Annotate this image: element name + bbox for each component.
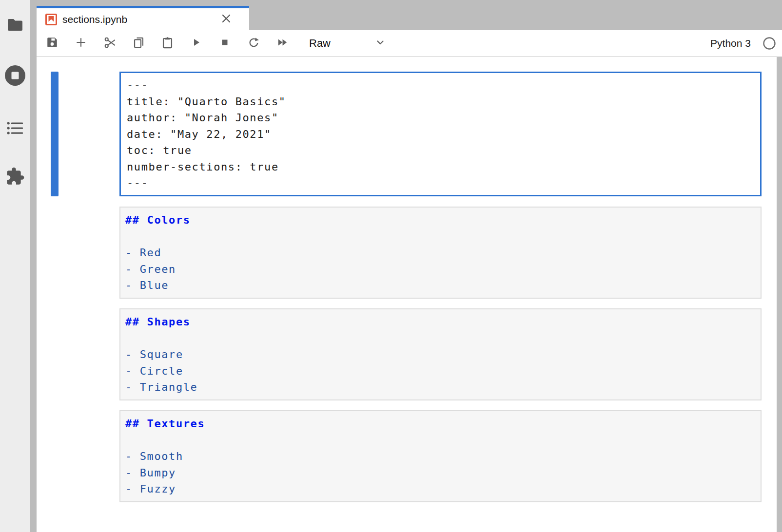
markdown-cell-textures[interactable]: ## Textures - Smooth - Bumpy - Fuzzy	[119, 410, 762, 502]
md-list-line: - Triangle	[125, 379, 756, 396]
code-line: ---	[127, 77, 754, 94]
markdown-cell-colors[interactable]: ## Colors - Red - Green - Blue	[119, 207, 762, 299]
sidebar-item-file-browser[interactable]	[0, 9, 30, 41]
puzzle-icon	[5, 167, 25, 188]
active-cell-collapser[interactable]	[51, 72, 59, 196]
notebook-scroll-area: --- title: "Quarto Basics" author: "Nora…	[37, 57, 782, 532]
markdown-cell-shapes[interactable]: ## Shapes - Square - Circle - Triangle	[119, 308, 762, 400]
fast-forward-icon	[276, 36, 289, 50]
chevron-down-icon	[374, 37, 386, 50]
md-heading-line: ## Shapes	[125, 314, 756, 330]
insert-cell-button[interactable]	[75, 37, 87, 50]
md-list-line: - Square	[125, 346, 756, 363]
main-panel: sections.ipynb	[37, 0, 782, 532]
code-line: author: "Norah Jones"	[127, 110, 754, 126]
list-icon	[7, 121, 23, 136]
copy-icon	[132, 36, 145, 51]
restart-icon	[247, 36, 260, 51]
md-heading-line: ## Textures	[125, 416, 756, 432]
cut-icon	[103, 36, 117, 51]
cut-cells-button[interactable]	[104, 37, 116, 50]
code-line: ---	[127, 175, 754, 191]
md-heading-line: ## Colors	[125, 212, 756, 228]
sidebar-item-extension-manager[interactable]	[0, 161, 30, 193]
restart-run-all-button[interactable]	[276, 37, 288, 50]
run-icon	[190, 37, 202, 50]
code-line: toc: true	[127, 142, 754, 159]
stop-icon	[219, 37, 231, 50]
plus-icon	[75, 36, 87, 50]
close-icon	[221, 13, 232, 25]
code-line: date: "May 22, 2021"	[127, 126, 754, 143]
save-button[interactable]	[46, 37, 58, 50]
running-icon	[4, 65, 26, 88]
notebook-icon	[45, 14, 57, 25]
tab-sections-ipynb[interactable]: sections.ipynb	[37, 6, 249, 30]
tab-close-button[interactable]	[220, 12, 233, 26]
cell-type-value: Raw	[309, 37, 331, 50]
run-cell-button[interactable]	[190, 37, 202, 50]
interrupt-kernel-button[interactable]	[219, 37, 231, 50]
vertical-scrollbar[interactable]	[777, 57, 782, 532]
code-line: title: "Quarto Basics"	[127, 94, 754, 110]
kernel-idle-circle-icon	[762, 37, 776, 50]
md-list-line: - Green	[125, 261, 756, 278]
md-blank-line	[125, 330, 756, 347]
md-blank-line	[125, 228, 756, 245]
activity-bar	[0, 0, 30, 532]
sidebar-item-running-sessions[interactable]	[0, 60, 30, 92]
md-list-line: - Red	[125, 245, 756, 261]
md-list-line: - Blue	[125, 277, 756, 294]
paste-cells-button[interactable]	[161, 37, 173, 50]
copy-cells-button[interactable]	[133, 37, 144, 50]
sidebar-item-table-of-contents[interactable]	[0, 113, 30, 145]
paste-icon	[161, 36, 174, 51]
code-line: number-sections: true	[127, 159, 754, 175]
sidebar-splitter[interactable]	[30, 0, 37, 532]
notebook-toolbar: Raw Python 3	[37, 30, 782, 57]
kernel-name: Python 3	[710, 38, 751, 49]
raw-cell-yaml-frontmatter[interactable]: --- title: "Quarto Basics" author: "Nora…	[119, 72, 762, 196]
tab-bar: sections.ipynb	[37, 0, 782, 30]
save-icon	[46, 36, 59, 50]
cell-type-dropdown[interactable]: Raw	[309, 37, 386, 50]
md-list-line: - Circle	[125, 363, 756, 380]
md-list-line: - Smooth	[125, 448, 756, 465]
kernel-indicator[interactable]: Python 3	[710, 37, 776, 50]
md-list-line: - Fuzzy	[125, 481, 756, 497]
tab-title: sections.ipynb	[62, 14, 127, 25]
md-list-line: - Bumpy	[125, 465, 756, 481]
md-blank-line	[125, 432, 756, 449]
restart-kernel-button[interactable]	[248, 37, 259, 50]
folder-icon	[6, 18, 24, 34]
